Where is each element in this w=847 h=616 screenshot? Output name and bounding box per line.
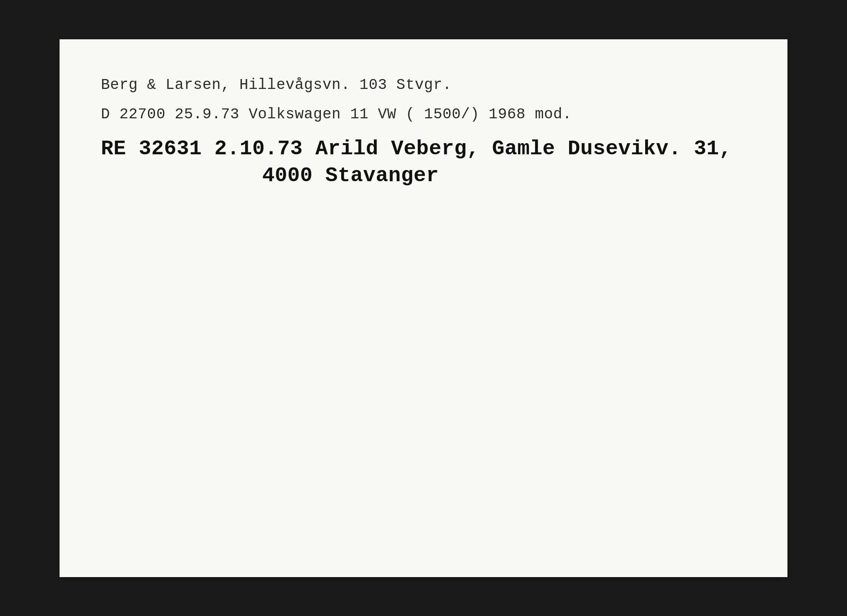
line3-text: RE 32631 2.10.73 Arild Veberg, Gamle Dus… [101, 135, 746, 189]
line1-text: Berg & Larsen, Hillevågsvn. 103 Stvgr. [101, 77, 746, 93]
line3-part1: RE 32631 2.10.73 Arild Veberg, Gamle Dus… [101, 135, 746, 162]
document-card: Berg & Larsen, Hillevågsvn. 103 Stvgr. D… [60, 39, 787, 577]
line3-part2: 4000 Stavanger [101, 162, 746, 189]
card-content: Berg & Larsen, Hillevågsvn. 103 Stvgr. D… [60, 39, 787, 222]
line2-text: D 22700 25.9.73 Volkswagen 11 VW ( 1500/… [101, 106, 746, 123]
